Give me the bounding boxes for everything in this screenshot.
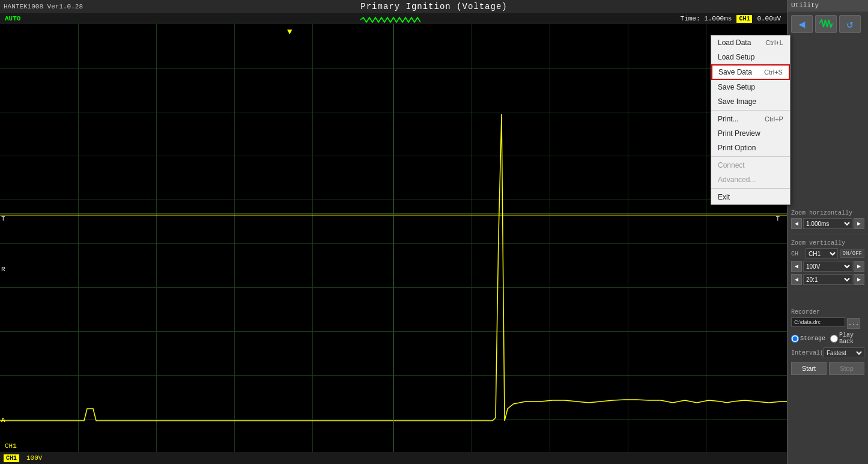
menu-connect: Connect (711, 158, 790, 172)
zoom-h-right[interactable]: ▶ (854, 218, 864, 229)
recorder-path-input[interactable] (791, 317, 845, 327)
print-shortcut: Ctrl+P (765, 115, 783, 123)
zoom-ratio-left[interactable]: ◀ (791, 274, 802, 285)
print-preview-label: Print Preview (718, 129, 760, 138)
menu-print-preview[interactable]: Print Preview (711, 126, 790, 141)
main-title: Primary Ignition (Voltage) (360, 0, 507, 13)
save-setup-label: Save Setup (718, 83, 755, 91)
status-bar-top: AUTO Time: 1.000ms CH1 0.00uV (0, 13, 787, 24)
menu-save-data[interactable]: Save Data Ctrl+S (711, 64, 790, 80)
waveform-display (0, 24, 787, 463)
playback-radio-label[interactable]: Play Back (830, 332, 864, 345)
save-image-label: Save Image (718, 97, 756, 106)
zoom-v-select[interactable]: 100V (803, 261, 852, 272)
storage-label: Storage (800, 335, 825, 342)
exit-label: Exit (718, 193, 730, 201)
menu-print-option[interactable]: Print Option (711, 141, 790, 155)
print-option-label: Print Option (718, 144, 756, 152)
app-title: HANTEK1008 Ver1.0.28 (4, 3, 83, 10)
auto-label: AUTO (5, 15, 20, 22)
zoom-v-volt-controls: ◀ 100V ▶ (791, 261, 864, 272)
voltage-value: 0.00uV (757, 15, 781, 22)
stop-button[interactable]: Stop (829, 362, 864, 375)
mini-waveform (360, 16, 420, 24)
storage-radio-label[interactable]: Storage (791, 332, 825, 345)
recorder-label: Recorder (791, 309, 864, 316)
playback-label: Play Back (839, 332, 864, 345)
zoom-v-left[interactable]: ◀ (791, 261, 802, 272)
interval-select[interactable]: Fastest (824, 347, 864, 358)
ch-select[interactable]: CH1 (806, 248, 838, 259)
recorder-browse-btn[interactable]: ... (847, 318, 860, 329)
menu-divider-2 (711, 156, 790, 157)
scope-screen: ▼ T T R A CH1 (0, 24, 787, 463)
storage-radio[interactable] (791, 335, 799, 343)
radio-row: Storage Play Back (791, 332, 864, 345)
zoom-horizontal-section: Zoom horizontally ◀ 1.000ms ▶ (787, 207, 868, 234)
zoom-h-controls: ◀ 1.000ms ▶ (791, 218, 864, 229)
menu-load-data[interactable]: Load Data Ctrl+L (711, 35, 790, 50)
menu-divider-3 (711, 188, 790, 189)
load-data-shortcut: Ctrl+L (765, 39, 783, 46)
playback-radio[interactable] (830, 335, 838, 343)
zoom-h-left[interactable]: ◀ (791, 218, 802, 229)
interval-label: Interval(S) (791, 350, 821, 356)
volt-indicator: 100V (26, 454, 42, 462)
menu-print[interactable]: Print... Ctrl+P (711, 112, 790, 126)
forward-icon: ↺ (847, 17, 854, 31)
forward-button[interactable]: ↺ (839, 15, 861, 33)
start-stop-row: Start Stop (791, 362, 864, 375)
zoom-v-label: Zoom vertically (791, 240, 864, 246)
interval-row: Interval(S) Fastest (791, 347, 864, 358)
menu-load-setup[interactable]: Load Setup (711, 50, 790, 64)
save-data-label: Save Data (718, 68, 752, 76)
connect-label: Connect (718, 161, 745, 169)
onoff-button[interactable]: ON/OFF (840, 249, 864, 258)
time-info: Time: 1.000ms CH1 0.00uV (681, 15, 781, 23)
utility-header: Utility (788, 0, 868, 11)
advanced-label: Advanced... (718, 176, 756, 184)
zoom-ratio-controls: ◀ 20:1 ▶ (791, 274, 864, 285)
recorder-section: Recorder ... Storage Play Back Interval(… (787, 307, 868, 377)
menu-exit[interactable]: Exit (711, 190, 790, 204)
waveform-icon (819, 19, 833, 30)
load-data-label: Load Data (718, 38, 751, 47)
back-icon: ◀ (799, 17, 806, 31)
bottom-status: CH1 100V (0, 452, 787, 464)
zoom-h-label: Zoom horizontally (791, 210, 864, 216)
waveform-button[interactable] (815, 15, 837, 33)
start-button[interactable]: Start (791, 362, 827, 375)
time-value: Time: 1.000ms (681, 15, 732, 22)
recorder-path-row: ... (791, 317, 864, 329)
menu-divider-1 (711, 110, 790, 111)
ch-select-row: CH CH1 ON/OFF (791, 248, 864, 259)
file-dropdown-menu: Load Data Ctrl+L Load Setup Save Data Ct… (711, 35, 791, 205)
title-bar: HANTEK1008 Ver1.0.28 Primary Ignition (V… (0, 0, 868, 13)
back-button[interactable]: ◀ (791, 15, 813, 33)
zoom-vertical-section: Zoom vertically CH CH1 ON/OFF ◀ 100V ▶ ◀… (787, 237, 868, 290)
utility-buttons: ◀ ↺ (788, 11, 868, 37)
print-label: Print... (718, 115, 739, 123)
save-data-shortcut: Ctrl+S (764, 69, 783, 76)
zoom-ratio-select[interactable]: 20:1 (803, 274, 852, 285)
menu-advanced: Advanced... (711, 172, 790, 187)
ch1-indicator: CH1 (4, 454, 19, 462)
ch1-badge: CH1 (736, 15, 752, 23)
load-setup-label: Load Setup (718, 53, 754, 61)
zoom-ratio-right[interactable]: ▶ (854, 274, 864, 285)
zoom-v-right[interactable]: ▶ (854, 261, 864, 272)
menu-save-setup[interactable]: Save Setup (711, 80, 790, 94)
zoom-h-select[interactable]: 1.000ms (803, 218, 852, 229)
menu-save-image[interactable]: Save Image (711, 94, 790, 109)
ch-select-label: CH (791, 251, 803, 257)
